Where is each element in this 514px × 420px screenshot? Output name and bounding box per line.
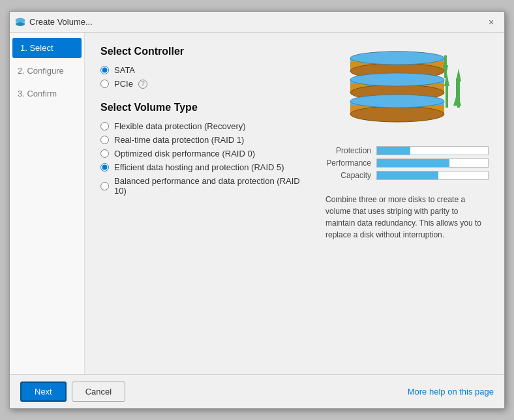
sidebar-item-confirm[interactable]: 3. Confirm <box>10 83 84 104</box>
sata-option[interactable]: SATA <box>100 65 306 75</box>
pcie-help-icon[interactable]: ? <box>138 80 147 89</box>
flexible-radio[interactable] <box>100 122 109 130</box>
balanced-radio[interactable] <box>100 182 109 190</box>
title-bar-left: Create Volume... <box>15 17 93 27</box>
footer-buttons: Next Cancel <box>20 382 125 402</box>
raid-illustration <box>332 46 476 137</box>
volume-type-radio-group: Flexible data protection (Recovery) Real… <box>100 121 306 196</box>
right-panel: Protection Performance Cap <box>319 46 489 361</box>
svg-point-17 <box>350 95 444 108</box>
main-content: Select Controller SATA PCIe ? Se <box>85 33 504 374</box>
performance-label: Performance <box>319 158 371 168</box>
performance-bar-bg <box>376 158 489 168</box>
capacity-bar-fill <box>377 172 438 179</box>
protection-label: Protection <box>319 146 371 155</box>
help-link[interactable]: More help on this page <box>408 387 494 397</box>
description-text: Combine three or more disks to create a … <box>325 194 482 241</box>
svg-point-12 <box>350 73 444 86</box>
content-row: Select Controller SATA PCIe ? Se <box>100 46 489 361</box>
window-body: 1. Select 2. Configure 3. Confirm Select… <box>10 33 504 374</box>
balanced-option[interactable]: Balanced performance and data protection… <box>100 176 306 196</box>
performance-metric: Performance <box>319 158 489 168</box>
protection-metric: Protection <box>319 146 489 155</box>
realtime-radio[interactable] <box>100 136 109 144</box>
create-volume-dialog: Create Volume... × 1. Select 2. Configur… <box>9 11 505 409</box>
footer: Next Cancel More help on this page <box>10 374 504 408</box>
optimized-option[interactable]: Optimized disk performance (RAID 0) <box>100 149 306 158</box>
protection-bar-bg <box>376 146 489 155</box>
svg-point-15 <box>350 106 444 122</box>
svg-point-7 <box>350 52 444 65</box>
capacity-metric: Capacity <box>319 171 489 180</box>
sidebar-item-select[interactable]: 1. Select <box>12 38 82 58</box>
next-button[interactable]: Next <box>20 382 67 402</box>
realtime-option[interactable]: Real-time data protection (RAID 1) <box>100 135 306 145</box>
efficient-option[interactable]: Efficient data hosting and protection (R… <box>100 162 306 172</box>
controller-radio-group: SATA PCIe ? <box>100 65 306 89</box>
title-bar: Create Volume... × <box>10 12 504 33</box>
pcie-option[interactable]: PCIe ? <box>100 79 306 89</box>
svg-point-2 <box>16 22 25 26</box>
flexible-option[interactable]: Flexible data protection (Recovery) <box>100 121 306 131</box>
performance-bar-fill <box>377 159 449 167</box>
sata-radio[interactable] <box>100 66 109 74</box>
pcie-radio[interactable] <box>100 80 109 88</box>
window-title: Create Volume... <box>29 17 93 27</box>
sidebar: 1. Select 2. Configure 3. Confirm <box>10 33 85 374</box>
controller-title: Select Controller <box>100 46 306 57</box>
cancel-button[interactable]: Cancel <box>72 382 125 402</box>
volume-type-title: Select Volume Type <box>100 102 306 113</box>
optimized-radio[interactable] <box>100 149 109 158</box>
efficient-radio[interactable] <box>100 163 109 172</box>
close-button[interactable]: × <box>483 14 499 30</box>
protection-bar-fill <box>377 147 410 155</box>
app-icon <box>15 17 25 27</box>
metrics-panel: Protection Performance Cap <box>319 146 489 183</box>
sidebar-item-configure[interactable]: 2. Configure <box>10 61 84 81</box>
capacity-label: Capacity <box>319 171 371 180</box>
left-panel: Select Controller SATA PCIe ? Se <box>100 46 306 361</box>
capacity-bar-bg <box>376 171 489 180</box>
